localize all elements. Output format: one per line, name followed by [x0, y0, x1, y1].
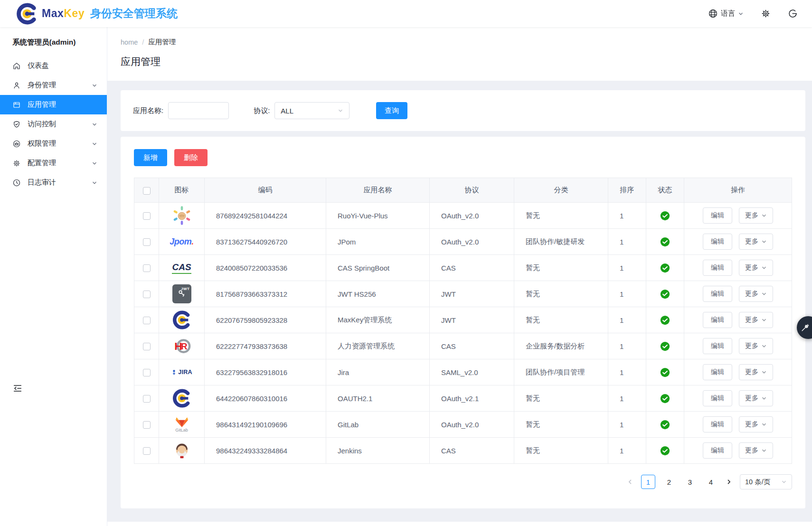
more-button-label: 更多: [745, 290, 758, 298]
content-area: 应用名称: 协议: ALL 查询 新增 删除: [107, 81, 812, 522]
chevron-down-icon: [761, 369, 767, 375]
status-enabled-icon: [646, 211, 684, 221]
page-size-select[interactable]: 10 条/页: [740, 474, 792, 489]
gear-icon[interactable]: [761, 9, 771, 19]
sidebar-item-label: 权限管理: [28, 139, 56, 148]
protocol-select[interactable]: ALL: [274, 102, 349, 119]
gitlab-app-icon: GitLab: [171, 414, 192, 435]
more-button-label: 更多: [745, 420, 758, 429]
logout-icon[interactable]: [788, 9, 798, 19]
sidebar-item-4[interactable]: 权限管理: [0, 134, 107, 153]
edit-button[interactable]: 编辑: [703, 416, 732, 432]
row-checkbox[interactable]: [143, 291, 151, 298]
column-category: 分类: [514, 178, 608, 203]
language-switcher[interactable]: 语言: [708, 9, 744, 19]
chevron-down-icon: [92, 83, 97, 88]
select-all-checkbox[interactable]: [143, 187, 151, 195]
sidebar-item-6[interactable]: 日志审计: [0, 173, 107, 192]
maxkey-app-icon: [171, 310, 192, 330]
page-button-2[interactable]: 2: [662, 475, 676, 489]
breadcrumb-home[interactable]: home: [121, 38, 138, 46]
app-code: 622076759805923328: [205, 307, 326, 333]
edit-button[interactable]: 编辑: [703, 338, 732, 354]
page-button-4[interactable]: 4: [704, 475, 718, 489]
more-button[interactable]: 更多: [739, 442, 773, 459]
app-protocol: JWT: [430, 307, 514, 333]
app-protocol: OAuth_v2.0: [430, 229, 514, 255]
more-button-label: 更多: [745, 368, 758, 376]
column-status: 状态: [646, 178, 684, 203]
app-name: OAUTH2.1: [326, 385, 430, 412]
app-name-label: 应用名称:: [133, 106, 163, 115]
edit-button[interactable]: 编辑: [703, 442, 732, 459]
edit-button[interactable]: 编辑: [703, 234, 732, 250]
identity-icon: [12, 81, 21, 90]
chevron-down-icon: [761, 317, 767, 323]
more-button[interactable]: 更多: [739, 416, 773, 432]
sidebar-item-2[interactable]: 应用管理: [0, 95, 107, 114]
access-icon: [12, 120, 21, 129]
page-button-3[interactable]: 3: [683, 475, 697, 489]
table-row: 622076759805923328 MaxKey管理系统 JWT 暂无 1 编…: [134, 307, 792, 333]
table-row: HR 622227747938373638 人力资源管理系统 CAS 企业服务/…: [134, 333, 792, 359]
globe-icon: [708, 9, 718, 19]
row-checkbox[interactable]: [143, 212, 151, 220]
chevron-down-icon: [92, 160, 97, 166]
sidebar-collapse-icon[interactable]: [12, 383, 23, 394]
column-name: 应用名称: [326, 178, 430, 203]
page-button-1[interactable]: 1: [641, 475, 655, 489]
row-checkbox[interactable]: [143, 343, 151, 350]
edit-button[interactable]: 编辑: [703, 286, 732, 302]
row-checkbox[interactable]: [143, 369, 151, 376]
more-button[interactable]: 更多: [739, 312, 773, 328]
audit-icon: [12, 178, 21, 187]
chevron-down-icon: [92, 122, 97, 127]
table-toolbar: 新增 删除: [134, 149, 792, 166]
app-sort: 1: [608, 333, 646, 359]
add-button[interactable]: 新增: [134, 149, 167, 166]
more-button-label: 更多: [745, 316, 758, 324]
ruoyi-app-icon: [171, 205, 192, 226]
app-name-input[interactable]: [168, 102, 229, 119]
app-protocol: CAS: [430, 333, 514, 359]
more-button[interactable]: 更多: [739, 364, 773, 380]
jenkins-app-icon: [171, 440, 192, 461]
protocol-label: 协议:: [254, 106, 270, 115]
maxkey-logo-icon: [16, 3, 38, 25]
search-button[interactable]: 查询: [376, 102, 407, 119]
prev-page-icon[interactable]: [627, 479, 633, 485]
sidebar-item-0[interactable]: 仪表盘: [0, 56, 107, 75]
row-checkbox[interactable]: [143, 264, 151, 272]
edit-button[interactable]: 编辑: [703, 207, 732, 224]
maxkey-app-icon: [171, 388, 192, 409]
app-code: 622227747938373638: [205, 333, 326, 359]
sidebar-item-5[interactable]: 配置管理: [0, 153, 107, 173]
edit-button[interactable]: 编辑: [703, 312, 732, 328]
more-button[interactable]: 更多: [739, 390, 773, 406]
more-button[interactable]: 更多: [739, 338, 773, 354]
edit-button[interactable]: 编辑: [703, 364, 732, 380]
row-checkbox[interactable]: [143, 317, 151, 324]
breadcrumb-current: 应用管理: [148, 38, 176, 47]
row-checkbox[interactable]: [143, 395, 151, 403]
app-code: 644220607860310016: [205, 385, 326, 412]
column-protocol: 协议: [430, 178, 514, 203]
row-checkbox[interactable]: [143, 238, 151, 246]
more-button[interactable]: 更多: [739, 260, 773, 276]
next-page-icon[interactable]: [726, 479, 732, 485]
edit-button[interactable]: 编辑: [703, 260, 732, 276]
more-button[interactable]: 更多: [739, 207, 773, 224]
sidebar-item-3[interactable]: 访问控制: [0, 114, 107, 134]
delete-button[interactable]: 删除: [174, 149, 208, 166]
more-button[interactable]: 更多: [739, 286, 773, 302]
sidebar-item-label: 身份管理: [28, 81, 56, 90]
more-button[interactable]: 更多: [739, 234, 773, 250]
edit-button[interactable]: 编辑: [703, 390, 732, 406]
applications-table: 图标 编码 应用名称 协议 分类 排序 状态 操作 87689249258104…: [134, 178, 792, 464]
sidebar-menu: 仪表盘 身份管理 应用管理 访问控制 权限管理 配置管理: [0, 56, 107, 192]
row-checkbox[interactable]: [143, 421, 151, 429]
chevron-down-icon: [92, 141, 97, 147]
sidebar-item-1[interactable]: 身份管理: [0, 75, 107, 95]
breadcrumb-separator: /: [142, 38, 144, 46]
row-checkbox[interactable]: [143, 447, 151, 455]
